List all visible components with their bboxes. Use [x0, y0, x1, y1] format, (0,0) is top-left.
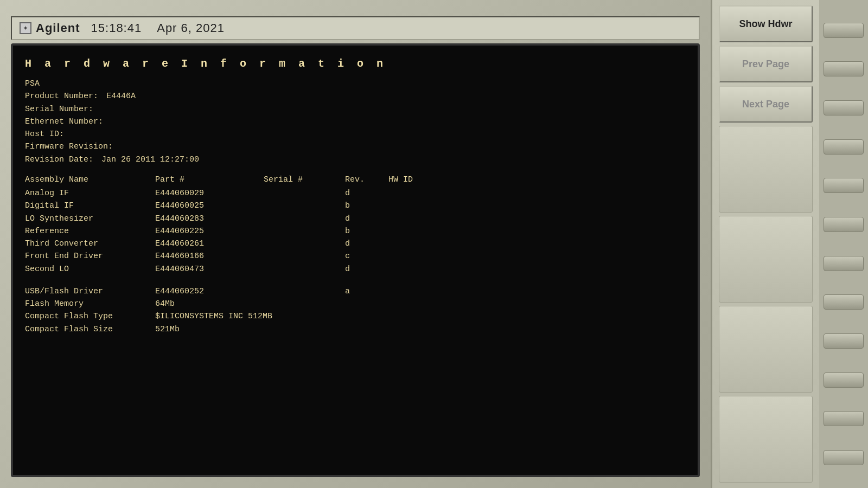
rib-2: [824, 61, 864, 76]
rib-8: [824, 294, 864, 310]
row-second-lo-serial: [264, 263, 345, 275]
table-row: LO Synthesizer E444060283 d: [25, 213, 686, 225]
ethernet-number-line: Ethernet Number:: [25, 115, 686, 128]
softkey-panel: Show Hdwr Prev Page Next Page: [711, 0, 819, 488]
row-second-lo-name: Second LO: [25, 263, 155, 275]
firmware-revision-label: Firmware Revision:: [25, 142, 113, 151]
agilent-logo: ✦ Agilent 15:18:41 Apr 6, 2021: [20, 21, 225, 35]
row-usb-flash-serial: [264, 285, 345, 298]
rib-9: [824, 333, 864, 349]
row-flash-mem-rev: [345, 298, 388, 310]
header-date: Apr 6, 2021: [157, 21, 225, 35]
row-flash-mem-part: 64Mb: [155, 298, 264, 310]
row-digital-if-part: E444060025: [155, 200, 264, 212]
col-rev: Rev.: [345, 174, 388, 186]
row-analog-if-serial: [264, 187, 345, 200]
row-reference-part: E444060225: [155, 225, 264, 237]
row-front-end-driver-rev: c: [345, 250, 388, 262]
row-analog-if-name: Analog IF: [25, 187, 155, 200]
row-reference-serial: [264, 225, 345, 237]
row-front-end-driver-hwid: [388, 250, 432, 262]
product-number-line: Product Number: E4446A: [25, 90, 686, 102]
screen-title: H a r d w a r e I n f o r m a t i o n: [25, 55, 686, 72]
softkey-spacer-2: [719, 216, 813, 303]
screen-display: H a r d w a r e I n f o r m a t i o n PS…: [11, 43, 700, 477]
row-lo-synth-hwid: [388, 213, 432, 225]
row-front-end-driver-name: Front End Driver: [25, 250, 155, 262]
firmware-revision-line: Firmware Revision:: [25, 140, 686, 153]
row-compact-flash-type-name: Compact Flash Type: [25, 310, 155, 323]
revision-date-value: Jan 26 2011 12:27:00: [101, 155, 199, 164]
table-row: Front End Driver E444660166 c: [25, 250, 686, 262]
row-lo-synth-serial: [264, 213, 345, 225]
table-row: Compact Flash Size 521Mb: [25, 323, 686, 336]
header-bar: ✦ Agilent 15:18:41 Apr 6, 2021: [11, 16, 700, 40]
row-compact-flash-size-rev: [345, 323, 388, 336]
col-serial-num: Serial #: [264, 174, 345, 186]
softkey-spacer-4: [719, 396, 813, 483]
rib-5: [824, 178, 864, 193]
device-info: PSA Product Number: E4446A Serial Number…: [25, 78, 686, 166]
serial-number-label: Serial Number:: [25, 105, 93, 114]
table-row: Second LO E444060473 d: [25, 263, 686, 275]
rib-6: [824, 217, 864, 232]
table-header-row: Assembly Name Part # Serial # Rev. HW ID: [25, 174, 686, 186]
device-name: PSA: [25, 78, 686, 90]
row-lo-synth-part: E444060283: [155, 213, 264, 225]
next-page-button[interactable]: Next Page: [719, 86, 813, 123]
table-row: Third Converter E444060261 d: [25, 237, 686, 250]
header-time: 15:18:41: [91, 21, 142, 35]
row-reference-name: Reference: [25, 225, 155, 237]
extra-table: USB/Flash Driver E444060252 a Flash Memo…: [25, 285, 686, 336]
row-digital-if-name: Digital IF: [25, 200, 155, 212]
table-row: Reference E444060225 b: [25, 225, 686, 237]
row-reference-rev: b: [345, 225, 388, 237]
show-hdwr-button[interactable]: Show Hdwr: [719, 5, 813, 42]
table-row: USB/Flash Driver E444060252 a: [25, 285, 686, 298]
agilent-logo-icon: ✦: [20, 22, 31, 34]
host-id-label: Host ID:: [25, 130, 64, 139]
screen-area: ✦ Agilent 15:18:41 Apr 6, 2021 H a r d w…: [0, 0, 711, 488]
row-second-lo-part: E444060473: [155, 263, 264, 275]
right-ribs: [819, 0, 868, 488]
row-analog-if-hwid: [388, 187, 432, 200]
row-flash-mem-name: Flash Memory: [25, 298, 155, 310]
rib-7: [824, 256, 864, 271]
row-usb-flash-rev: a: [345, 285, 388, 298]
row-third-conv-name: Third Converter: [25, 237, 155, 250]
revision-date-line: Revision Date: Jan 26 2011 12:27:00: [25, 153, 686, 166]
row-compact-flash-type-part: $ILICONSYSTEMS INC 512MB: [155, 310, 388, 323]
row-usb-flash-part: E444060252: [155, 285, 264, 298]
row-digital-if-rev: b: [345, 200, 388, 212]
row-flash-mem-hwid: [388, 298, 432, 310]
row-lo-synth-name: LO Synthesizer: [25, 213, 155, 225]
row-compact-flash-size-serial: [264, 323, 345, 336]
row-digital-if-hwid: [388, 200, 432, 212]
row-usb-flash-hwid: [388, 285, 432, 298]
instrument-body: ✦ Agilent 15:18:41 Apr 6, 2021 H a r d w…: [0, 0, 868, 488]
row-front-end-driver-serial: [264, 250, 345, 262]
col-hw-id: HW ID: [388, 174, 432, 186]
table-row: Analog IF E444060029 d: [25, 187, 686, 200]
header-brand: Agilent: [36, 21, 80, 35]
row-flash-mem-serial: [264, 298, 345, 310]
row-third-conv-rev: d: [345, 237, 388, 250]
host-id-line: Host ID:: [25, 128, 686, 140]
row-digital-if-serial: [264, 200, 345, 212]
row-second-lo-rev: d: [345, 263, 388, 275]
rib-10: [824, 373, 864, 388]
row-lo-synth-rev: d: [345, 213, 388, 225]
row-compact-flash-size-name: Compact Flash Size: [25, 323, 155, 336]
col-assembly-name: Assembly Name: [25, 174, 155, 186]
product-number-label: Product Number:: [25, 92, 98, 101]
rib-12: [824, 450, 864, 465]
prev-page-button[interactable]: Prev Page: [719, 46, 813, 82]
row-analog-if-part: E444060029: [155, 187, 264, 200]
row-third-conv-serial: [264, 237, 345, 250]
row-reference-hwid: [388, 225, 432, 237]
row-compact-flash-size-hwid: [388, 323, 432, 336]
col-part-num: Part #: [155, 174, 264, 186]
table-row: Digital IF E444060025 b: [25, 200, 686, 212]
rib-11: [824, 411, 864, 426]
ethernet-number-label: Ethernet Number:: [25, 117, 103, 126]
